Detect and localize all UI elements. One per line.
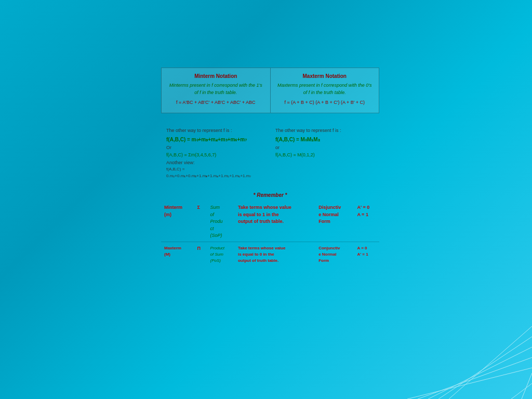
maxterm-desc: Maxterms present in f correspond with th… <box>276 82 374 96</box>
middle-right: The other way to represent f is : f(A,B,… <box>270 124 379 183</box>
minterm-m-notation: f(A,B,C) = m₀+m₃+m₄+m₅+m₆+m₇ <box>166 136 265 144</box>
decorative-lines <box>376 243 532 399</box>
svg-line-0 <box>428 347 532 399</box>
maxterm-formula: f = (A + B + C) (A + B + C') (A + B' + C… <box>276 99 374 107</box>
svg-line-3 <box>418 357 532 399</box>
middle-left: The other way to represent f is : f(A,B,… <box>161 124 270 183</box>
maxterm-other-label: The other way to represent f is : <box>275 127 374 134</box>
cell-dnf: Disjunctive NormalForm <box>315 202 354 242</box>
cell-a-values-2: A = 0A' = 1 <box>354 242 379 266</box>
minterm-title: Minterm Notation <box>167 72 265 80</box>
svg-line-4 <box>407 368 532 399</box>
another-view-label: Another view: <box>166 159 265 166</box>
maxterm-or: or <box>275 144 374 151</box>
svg-line-5 <box>522 373 532 399</box>
minterm-other-label: The other way to represent f is : <box>166 127 265 134</box>
minterm-expanded: f(A,B,C) = 0.m₀+0.m₁+0.m₂+1.m₃+1.m₄+1.m₅… <box>166 166 265 180</box>
middle-section: The other way to represent f is : f(A,B,… <box>161 124 379 183</box>
remember-table: Minterm(m) Σ SumofProduct(SoP) Take term… <box>161 202 379 266</box>
cell-a-values-1: A' = 0A = 1 <box>354 202 379 242</box>
minterm-formula: f = A'BC + AB'C' + AB'C + ABC' + ABC <box>167 99 265 107</box>
maxterm-sigma-notation: f(A,B,C) = M(0,1,2) <box>275 151 374 158</box>
minterm-sigma-notation: f(A,B,C) = Σm(3,4,5,6,7) <box>166 151 265 158</box>
maxterm-title: Maxterm Notation <box>276 72 374 80</box>
maxterm-m-notation: f(A,B,C) = M₀M₁M₂ <box>275 136 374 144</box>
remember-row-2: Maxterm(M) Π Productof Sum(PoS) Take ter… <box>161 242 379 266</box>
cell-take-terms-1: Take terms whose valueis equal to 1 in t… <box>235 202 315 242</box>
minterm-column: Minterm Notation Minterms present in f c… <box>162 68 271 113</box>
maxterm-column: Maxterm Notation Maxterms present in f c… <box>271 68 379 113</box>
cell-pi: Π <box>194 242 207 266</box>
content-area: Minterm Notation Minterms present in f c… <box>161 68 379 183</box>
minterm-or: Or <box>166 144 265 151</box>
cell-maxterm-label: Maxterm(M) <box>161 242 194 266</box>
cell-cnf: Conjunctive NormalForm <box>315 242 354 266</box>
cell-minterm-label: Minterm(m) <box>161 202 194 242</box>
svg-line-6 <box>511 383 532 399</box>
cell-sigma: Σ <box>194 202 207 242</box>
notation-box: Minterm Notation Minterms present in f c… <box>161 68 379 113</box>
minterm-desc: Minterms present in f correspond with th… <box>167 82 265 96</box>
cell-sop: SumofProduct(SoP) <box>207 202 234 242</box>
cell-pos: Productof Sum(PoS) <box>207 242 234 266</box>
svg-line-1 <box>438 337 532 399</box>
remember-row-1: Minterm(m) Σ SumofProduct(SoP) Take term… <box>161 202 379 242</box>
remember-title: * Remember * <box>161 192 379 198</box>
svg-line-2 <box>449 326 532 399</box>
remember-area: * Remember * Minterm(m) Σ SumofProduct(S… <box>161 192 379 266</box>
cell-take-terms-2: Take terms whose valueis equal to 0 in t… <box>235 242 315 266</box>
